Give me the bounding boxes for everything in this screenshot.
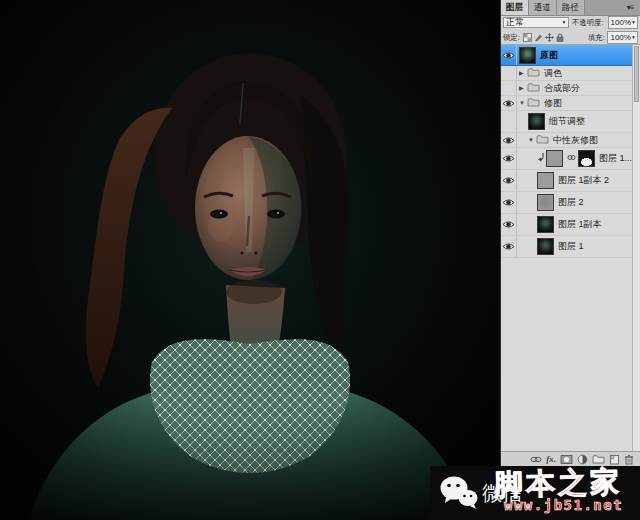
- expand-arrow-icon[interactable]: ▶: [519, 85, 527, 91]
- layer-thumbnail[interactable]: [537, 216, 554, 233]
- blend-mode-select[interactable]: 正常 ▼: [503, 17, 569, 28]
- delete-layer-icon[interactable]: [624, 453, 634, 465]
- layer-name[interactable]: 细节调整: [548, 115, 585, 128]
- panel-tab-bar: 图层通道路径▾≡: [501, 0, 640, 16]
- photoshop-window: 图层通道路径▾≡ 正常 ▼ 不透明度: 100% ▼ 锁定: 填充:: [0, 0, 640, 520]
- fill-value: 100%: [610, 33, 630, 42]
- folder-icon: [527, 67, 540, 79]
- panel-scrollbar[interactable]: [632, 45, 640, 452]
- blend-controls-row: 正常 ▼ 不透明度: 100% ▼: [501, 15, 640, 30]
- opacity-input[interactable]: 100% ▼: [608, 16, 638, 29]
- group-row[interactable]: ▶调色: [501, 66, 632, 81]
- layer-thumbnail[interactable]: [519, 47, 536, 64]
- layer-name[interactable]: 调色: [543, 67, 562, 80]
- visibility-toggle[interactable]: [501, 81, 517, 95]
- layer-name[interactable]: 图层 2: [557, 196, 584, 209]
- layer-mask-thumbnail[interactable]: [578, 150, 595, 167]
- layer-row[interactable]: 图层 1...: [501, 148, 632, 170]
- group-row[interactable]: ▼中性灰修图: [501, 133, 632, 148]
- layer-name[interactable]: 中性灰修图: [552, 134, 598, 147]
- layer-thumbnail[interactable]: [546, 150, 563, 167]
- layer-row[interactable]: 原图: [501, 45, 632, 66]
- fill-input[interactable]: 100% ▼: [607, 31, 637, 44]
- visibility-toggle[interactable]: [501, 66, 517, 80]
- visibility-toggle[interactable]: [501, 111, 517, 132]
- tab-channels[interactable]: 通道: [529, 0, 557, 15]
- visibility-toggle[interactable]: [501, 148, 517, 169]
- expand-arrow-icon[interactable]: ▶: [519, 70, 527, 76]
- folder-icon: [527, 97, 540, 109]
- layer-name[interactable]: 图层 1: [557, 240, 584, 253]
- brand-url: www.jb51.net: [504, 497, 623, 513]
- visibility-toggle[interactable]: [501, 45, 517, 65]
- mask-link-icon[interactable]: [567, 153, 576, 164]
- collapse-arrow-icon[interactable]: ▼: [528, 137, 536, 143]
- fill-label: 填充:: [588, 32, 605, 42]
- wechat-icon: [438, 474, 480, 512]
- layer-row[interactable]: 图层 2: [501, 192, 632, 214]
- layer-name[interactable]: 原图: [539, 49, 558, 62]
- tab-paths[interactable]: 路径: [557, 0, 585, 15]
- clipping-mask-arrow-icon: [537, 152, 545, 166]
- layer-name[interactable]: 修图: [543, 97, 562, 110]
- layer-thumbnail[interactable]: [537, 172, 554, 189]
- layer-row[interactable]: 图层 1副本 2: [501, 170, 632, 192]
- collapse-arrow-icon[interactable]: ▼: [519, 100, 527, 106]
- layer-row[interactable]: 图层 1: [501, 236, 632, 258]
- chevron-down-icon: ▼: [561, 20, 566, 25]
- portrait-photo: [0, 0, 500, 520]
- lock-move-icon[interactable]: [545, 33, 554, 42]
- lock-all-icon[interactable]: [556, 33, 564, 42]
- folder-icon: [527, 82, 540, 94]
- layer-name[interactable]: 图层 1副本 2: [557, 174, 609, 187]
- watermark-strip: 微信 脚本之家 www.jb51.net: [430, 466, 640, 520]
- chevron-down-icon: ▼: [631, 35, 636, 40]
- blend-mode-value: 正常: [506, 16, 524, 29]
- layer-thumbnail[interactable]: [537, 238, 554, 255]
- link-layers-icon[interactable]: [530, 453, 542, 465]
- lock-controls-row: 锁定: 填充: 100% ▼: [501, 30, 640, 45]
- visibility-toggle[interactable]: [501, 170, 517, 191]
- layer-list: 原图▶调色▶合成部分▼修图细节调整▼中性灰修图图层 1...图层 1副本 2图层…: [501, 45, 632, 452]
- layers-panel: 图层通道路径▾≡ 正常 ▼ 不透明度: 100% ▼ 锁定: 填充:: [500, 0, 640, 466]
- layer-row[interactable]: 细节调整: [501, 111, 632, 133]
- visibility-toggle[interactable]: [501, 96, 517, 110]
- opacity-value: 100%: [611, 18, 631, 27]
- group-row[interactable]: ▶合成部分: [501, 81, 632, 96]
- layer-thumbnail[interactable]: [537, 194, 554, 211]
- panel-flyout-menu-icon[interactable]: ▾≡: [622, 1, 638, 13]
- chevron-down-icon: ▼: [631, 20, 636, 25]
- scrollbar-thumb[interactable]: [634, 46, 639, 102]
- opacity-label: 不透明度:: [572, 17, 603, 27]
- layer-name[interactable]: 合成部分: [543, 82, 580, 95]
- lock-paint-icon[interactable]: [534, 33, 543, 42]
- tab-layers[interactable]: 图层: [501, 0, 529, 15]
- lock-transparency-icon[interactable]: [523, 33, 532, 42]
- layer-row[interactable]: 图层 1副本: [501, 214, 632, 236]
- layer-name[interactable]: 图层 1副本: [557, 218, 602, 231]
- group-row[interactable]: ▼修图: [501, 96, 632, 111]
- layer-thumbnail[interactable]: [528, 113, 545, 130]
- lock-label: 锁定:: [503, 32, 520, 42]
- visibility-toggle[interactable]: [501, 236, 517, 257]
- visibility-toggle[interactable]: [501, 133, 517, 147]
- visibility-toggle[interactable]: [501, 214, 517, 235]
- visibility-toggle[interactable]: [501, 192, 517, 213]
- folder-icon: [536, 134, 549, 146]
- layer-name[interactable]: 图层 1...: [598, 152, 632, 165]
- document-canvas[interactable]: [0, 0, 500, 520]
